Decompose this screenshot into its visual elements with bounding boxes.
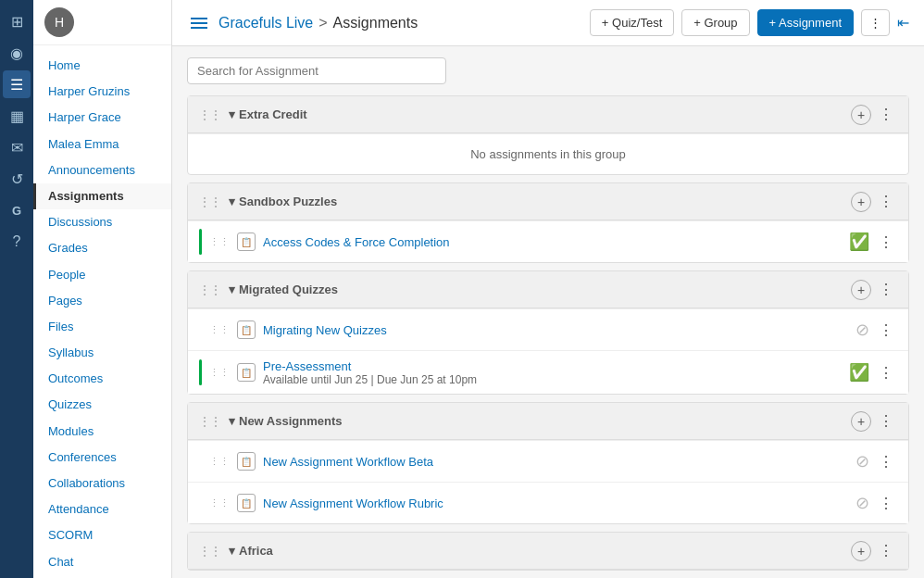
more-new-assignments[interactable]: ⋮ [875, 410, 897, 432]
rail-assignments-icon[interactable]: ☰ [3, 70, 31, 98]
toggle-migrated-quizzes[interactable]: ▾ Migrated Quizzes [229, 283, 338, 296]
rail-calendar-icon[interactable]: ▦ [3, 102, 31, 130]
group-header-extra-credit: ⋮⋮ ▾ Extra Credit + ⋮ [188, 96, 908, 133]
sidebar-item-people[interactable]: People [33, 262, 171, 288]
sidebar-item-harper-gruzins[interactable]: Harper Gruzins [33, 79, 171, 105]
toggle-new-assignments[interactable]: ▾ New Assignments [229, 414, 343, 428]
assignment-icon-pre-assessment: 📋 [237, 363, 256, 382]
assign-title-workflow-rubric[interactable]: New Assignment Workflow Rubric [263, 496, 443, 510]
sidebar-item-home[interactable]: Home [33, 53, 171, 79]
status-bar-access-codes [199, 229, 202, 255]
search-input[interactable] [187, 57, 446, 84]
drag-handle-migrated-quizzes[interactable]: ⋮⋮ [199, 283, 221, 296]
sidebar-item-syllabus[interactable]: Syllabus [33, 340, 171, 366]
avatar: H [44, 7, 74, 37]
sidebar-item-grades[interactable]: Grades [33, 235, 171, 261]
assign-info-workflow-beta: New Assignment Workflow Beta [263, 454, 848, 469]
sidebar-item-outcomes[interactable]: Outcomes [33, 366, 171, 392]
sidebar-item-chat[interactable]: Chat [33, 549, 171, 575]
status-bar-workflow-rubric [199, 490, 202, 516]
drag-handle-pre-assessment[interactable]: ⋮⋮ [209, 367, 230, 379]
add-to-sandbox-puzzles[interactable]: + [851, 192, 871, 212]
more-africa[interactable]: ⋮ [875, 540, 897, 561]
toggle-sandbox-puzzles[interactable]: ▾ Sandbox Puzzles [229, 195, 337, 208]
topbar: Gracefuls Live > Assignments + Quiz/Test… [172, 0, 924, 46]
rail-help-icon[interactable]: ? [3, 228, 31, 256]
assign-title-access-codes[interactable]: Access Codes & Force Completion [263, 235, 450, 249]
assign-info-migrating-quizzes: Migrating New Quizzes [263, 322, 848, 337]
group-actions-migrated-quizzes: + ⋮ [851, 279, 897, 300]
main-content: Gracefuls Live > Assignments + Quiz/Test… [172, 0, 924, 578]
sidebar-item-assignments[interactable]: Assignments [33, 183, 171, 209]
rail-inbox-icon[interactable]: ✉ [3, 133, 31, 161]
drag-handle-access-codes[interactable]: ⋮⋮ [209, 236, 230, 248]
add-to-migrated-quizzes[interactable]: + [851, 280, 871, 300]
more-extra-credit[interactable]: ⋮ [875, 104, 897, 125]
group-button[interactable]: + Group [681, 9, 749, 36]
assign-info-access-codes: Access Codes & Force Completion [263, 234, 842, 249]
sidebar-item-scorm[interactable]: SCORM [33, 522, 171, 548]
assignment-icon-workflow-beta: 📋 [237, 452, 256, 471]
drag-handle-migrating-quizzes[interactable]: ⋮⋮ [209, 324, 230, 336]
group-actions-sandbox-puzzles: + ⋮ [851, 191, 897, 212]
sidebar-item-files[interactable]: Files [33, 314, 171, 340]
sidebar-item-modules[interactable]: Modules [33, 419, 171, 445]
rail-commons-icon[interactable]: G [3, 196, 31, 224]
assign-title-migrating-quizzes[interactable]: Migrating New Quizzes [263, 323, 387, 337]
more-sandbox-puzzles[interactable]: ⋮ [875, 191, 897, 212]
group-africa: ⋮⋮ ▾ Africa + ⋮ [187, 532, 909, 571]
more-access-codes[interactable]: ⋮ [875, 232, 897, 253]
disabled-icon-workflow-beta: ⊘ [855, 451, 869, 471]
add-to-new-assignments[interactable]: + [851, 411, 871, 432]
group-sandbox-puzzles: ⋮⋮ ▾ Sandbox Puzzles + ⋮ ⋮⋮ 📋 Access Cod… [187, 182, 909, 263]
assign-actions-workflow-beta: ⊘ ⋮ [855, 451, 897, 472]
more-pre-assessment[interactable]: ⋮ [875, 362, 897, 383]
breadcrumb-current: Assignments [333, 15, 418, 31]
more-options-button[interactable]: ⋮ [861, 9, 890, 36]
rail-history-icon[interactable]: ↺ [3, 165, 31, 193]
drag-handle-africa[interactable]: ⋮⋮ [199, 545, 221, 558]
drag-handle-workflow-beta[interactable]: ⋮⋮ [209, 456, 230, 468]
group-header-migrated-quizzes: ⋮⋮ ▾ Migrated Quizzes + ⋮ [188, 271, 908, 308]
sidebar-item-collaborations[interactable]: Collaborations [33, 471, 171, 496]
assign-title-workflow-beta[interactable]: New Assignment Workflow Beta [263, 455, 433, 469]
add-to-africa[interactable]: + [851, 541, 871, 561]
chevron-down-icon: ▾ [229, 195, 235, 208]
table-row: ⋮⋮ 📋 Access Codes & Force Completion ✅ ⋮ [188, 220, 908, 262]
breadcrumb-course[interactable]: Gracefuls Live [219, 15, 313, 31]
more-workflow-rubric[interactable]: ⋮ [875, 493, 897, 514]
collapse-button[interactable]: ⇤ [897, 14, 909, 31]
add-to-extra-credit[interactable]: + [851, 105, 871, 125]
drag-handle-sandbox-puzzles[interactable]: ⋮⋮ [199, 195, 221, 208]
search-row [187, 57, 909, 84]
more-migrated-quizzes[interactable]: ⋮ [875, 279, 897, 300]
rail-home-icon[interactable]: ⊞ [3, 7, 31, 35]
icon-rail: ⊞ ◉ ☰ ▦ ✉ ↺ G ? [0, 0, 33, 578]
toggle-africa[interactable]: ▾ Africa [229, 544, 273, 558]
complete-icon-pre-assessment: ✅ [849, 362, 869, 383]
toggle-extra-credit[interactable]: ▾ Extra Credit [229, 107, 307, 121]
hamburger-menu[interactable] [187, 14, 211, 32]
assign-title-pre-assessment[interactable]: Pre-Assessment [263, 359, 351, 373]
group-title-africa: Africa [239, 544, 273, 558]
sidebar-item-malea-emma[interactable]: Malea Emma [33, 132, 171, 157]
sidebar-item-quizzes[interactable]: Quizzes [33, 392, 171, 418]
rail-user-icon[interactable]: ◉ [3, 39, 31, 67]
more-workflow-beta[interactable]: ⋮ [875, 451, 897, 472]
assignment-button[interactable]: + Assignment [757, 9, 854, 36]
table-row: ⋮⋮ 📋 Migrating New Quizzes ⊘ ⋮ [188, 308, 908, 350]
sidebar-item-harper-grace[interactable]: Harper Grace [33, 105, 171, 131]
drag-handle-workflow-rubric[interactable]: ⋮⋮ [209, 497, 230, 509]
sidebar-header: H [33, 0, 171, 45]
more-migrating-quizzes[interactable]: ⋮ [875, 320, 897, 341]
drag-handle-extra-credit[interactable]: ⋮⋮ [199, 108, 221, 121]
sidebar-item-attendance[interactable]: Attendance [33, 496, 171, 522]
sidebar-item-pages[interactable]: Pages [33, 288, 171, 314]
content-area: ⋮⋮ ▾ Extra Credit + ⋮ No assignments in … [172, 46, 924, 578]
sidebar-item-announcements[interactable]: Announcements [33, 157, 171, 183]
disabled-icon-migrating-quizzes: ⊘ [855, 320, 869, 340]
sidebar-item-discussions[interactable]: Discussions [33, 209, 171, 235]
drag-handle-new-assignments[interactable]: ⋮⋮ [199, 415, 221, 428]
quiz-test-button[interactable]: + Quiz/Test [590, 9, 674, 36]
sidebar-item-conferences[interactable]: Conferences [33, 445, 171, 471]
